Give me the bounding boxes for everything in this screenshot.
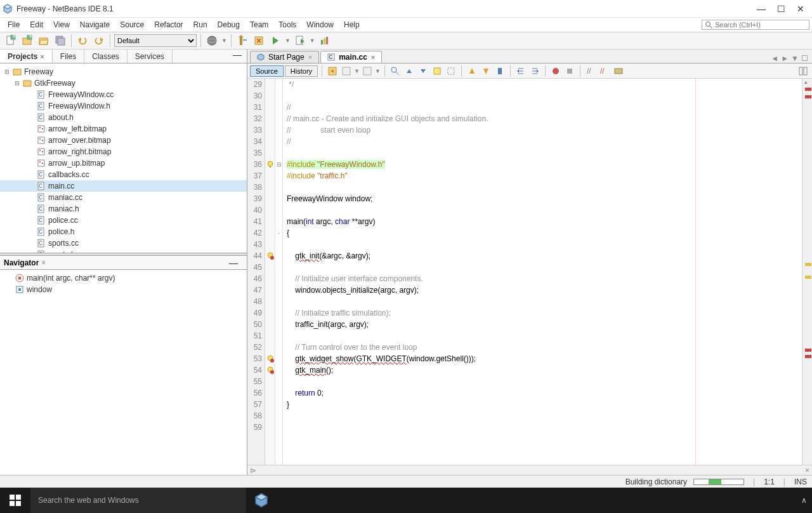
minimize-panel-icon[interactable]: —: [224, 258, 243, 268]
error-marker[interactable]: [805, 95, 811, 98]
source-view-button[interactable]: Source: [250, 65, 284, 77]
close-icon[interactable]: ×: [40, 53, 44, 60]
navigator-body[interactable]: main(int argc, char** argv) window: [0, 270, 247, 475]
tree-file[interactable]: arrow_left.bitmap: [0, 123, 247, 135]
close-button[interactable]: ✕: [797, 4, 804, 14]
tab-projects[interactable]: Projects×: [0, 50, 53, 63]
comment-icon[interactable]: //: [584, 65, 597, 77]
menu-team[interactable]: Team: [245, 19, 273, 30]
tab-services[interactable]: Services: [128, 50, 173, 63]
menu-tools[interactable]: Tools: [273, 19, 301, 30]
profile-icon[interactable]: [318, 34, 332, 48]
close-icon[interactable]: ×: [41, 258, 46, 267]
tree-file[interactable]: cmaniac.cc: [0, 192, 247, 203]
dropdown-icon[interactable]: ▼: [354, 68, 360, 74]
dropdown-icon[interactable]: ▼: [310, 37, 315, 44]
tree-file[interactable]: cpolice.cc: [0, 215, 247, 226]
menu-source[interactable]: Source: [115, 19, 149, 30]
maximize-button[interactable]: ☐: [777, 4, 785, 14]
menu-edit[interactable]: Edit: [25, 19, 48, 30]
tree-file[interactable]: arrow_right.bitmap: [0, 146, 247, 157]
tree-file[interactable]: cFreewayWindow.h: [0, 100, 247, 112]
glyph-margin[interactable]: [265, 79, 275, 465]
redo-icon[interactable]: [92, 34, 106, 48]
tree-file[interactable]: ccallbacks.cc: [0, 169, 247, 180]
toggle-rect-icon[interactable]: [445, 65, 457, 77]
nav-fwd-icon[interactable]: [340, 65, 353, 77]
search-box[interactable]: [702, 20, 809, 30]
open-project-icon[interactable]: [37, 34, 51, 48]
menu-help[interactable]: Help: [339, 19, 365, 30]
new-file-icon[interactable]: +: [4, 34, 18, 48]
tree-file[interactable]: csports.cc: [0, 237, 247, 249]
navigator-item[interactable]: main(int argc, char** argv): [0, 272, 247, 284]
tree-file[interactable]: arrow_over.bitmap: [0, 135, 247, 146]
tree-folder[interactable]: ⊟GtkFreeway: [0, 77, 247, 89]
minimize-panel-icon[interactable]: —: [228, 50, 247, 63]
up-arrow-icon[interactable]: ▴: [804, 79, 808, 85]
remote-icon[interactable]: [205, 34, 219, 48]
taskbar-search[interactable]: Search the web and Windows: [30, 488, 246, 513]
tray-up-icon[interactable]: ∧: [801, 496, 807, 505]
history-view-button[interactable]: History: [285, 65, 318, 77]
new-project-icon[interactable]: +: [20, 34, 34, 48]
tab-files[interactable]: Files: [53, 50, 84, 63]
tree-file[interactable]: cmain.cc: [0, 180, 247, 192]
taskbar-netbeans-icon[interactable]: [246, 488, 277, 513]
config-dropdown[interactable]: Default: [114, 34, 197, 47]
tree-file[interactable]: cmaniac.h: [0, 203, 247, 215]
menu-navigate[interactable]: Navigate: [75, 19, 115, 30]
find-selection-icon[interactable]: [389, 65, 402, 77]
system-tray[interactable]: ∧: [801, 496, 812, 505]
menu-file[interactable]: File: [3, 19, 25, 30]
error-marker[interactable]: [805, 88, 811, 91]
warning-marker[interactable]: [805, 276, 811, 279]
project-tree[interactable]: ⊟Freeway⊟GtkFreewaycFreewayWindow.cccFre…: [0, 63, 247, 253]
fold-margin[interactable]: ⊟-: [275, 79, 283, 465]
error-marker[interactable]: [805, 355, 811, 358]
menu-debug[interactable]: Debug: [213, 19, 245, 30]
editor-tab-startpage[interactable]: Start Page ×: [250, 51, 319, 63]
editor-tab-maincc[interactable]: c main.cc ×: [320, 51, 382, 63]
dropdown-icon[interactable]: ▼: [375, 68, 381, 74]
overview-ruler[interactable]: ▴: [802, 79, 812, 465]
save-all-icon[interactable]: [53, 34, 67, 48]
tree-file[interactable]: cFreewayWindow.cc: [0, 89, 247, 100]
macro-record-icon[interactable]: [549, 65, 562, 77]
nav-fwd2-icon[interactable]: [361, 65, 374, 77]
code-area[interactable]: 2930313233343536373839404142434445464748…: [247, 79, 812, 465]
menu-window[interactable]: Window: [301, 19, 339, 30]
debug-icon[interactable]: [293, 34, 307, 48]
tree-file[interactable]: cpolice.h: [0, 226, 247, 237]
menu-run[interactable]: Run: [188, 19, 213, 30]
macro-stop-icon[interactable]: [563, 65, 576, 77]
warning-marker[interactable]: [805, 263, 811, 266]
clean-build-icon[interactable]: [252, 34, 266, 48]
tree-file[interactable]: arrow_up.bitmap: [0, 157, 247, 169]
search-input[interactable]: [715, 21, 806, 29]
tree-project-root[interactable]: ⊟Freeway: [0, 66, 247, 77]
build-icon[interactable]: [235, 34, 249, 48]
toggle-bookmark-icon[interactable]: [494, 65, 506, 77]
error-marker[interactable]: [805, 349, 811, 352]
horizontal-scrollbar[interactable]: ⊳ ×: [247, 465, 812, 475]
goto-icon[interactable]: [612, 65, 625, 77]
menu-refactor[interactable]: Refactor: [149, 19, 188, 30]
toggle-highlight-icon[interactable]: [431, 65, 443, 77]
tab-list-icon[interactable]: ▼: [791, 54, 799, 63]
navigator-item[interactable]: window: [0, 284, 247, 295]
prev-bookmark-icon[interactable]: [466, 65, 478, 77]
close-icon[interactable]: ×: [805, 466, 809, 475]
shift-right-icon[interactable]: [528, 65, 541, 77]
nav-back-icon[interactable]: [326, 65, 339, 77]
uncomment-icon[interactable]: //: [598, 65, 611, 77]
start-button[interactable]: [0, 488, 30, 513]
prev-tab-icon[interactable]: ◄: [771, 54, 778, 63]
dropdown-icon[interactable]: ▼: [221, 37, 227, 44]
next-tab-icon[interactable]: ►: [781, 54, 789, 63]
next-bookmark-icon[interactable]: [480, 65, 492, 77]
menu-view[interactable]: View: [48, 19, 75, 30]
tab-classes[interactable]: Classes: [84, 50, 128, 63]
dropdown-icon[interactable]: ▼: [285, 37, 291, 44]
tree-file[interactable]: cabout.h: [0, 112, 247, 123]
